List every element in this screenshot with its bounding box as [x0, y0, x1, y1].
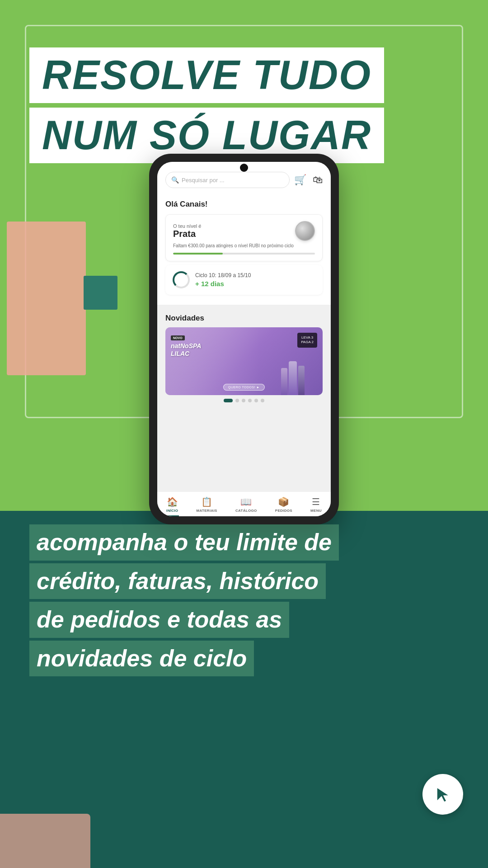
svg-marker-0 [437, 788, 449, 802]
nav-label-pedidos: PEDIDOS [275, 509, 292, 513]
ciclo-donut-chart [173, 271, 190, 288]
carousel-dot-6[interactable] [261, 399, 264, 402]
headline-area: RESOLVE TUDO NUM SÓ LUGAR [29, 47, 384, 163]
progress-bar-fill [173, 253, 223, 255]
novidades-banner[interactable]: NOVO natNoSPALILAC LEVA 3PAGA 2 QU [165, 327, 323, 395]
phone-notch [240, 164, 248, 172]
nav-label-menu: MENU [310, 509, 322, 513]
banner-novo-badge: NOVO [171, 335, 185, 340]
search-input-placeholder: Pesquisar por ... [182, 177, 225, 184]
cursor-icon [433, 785, 452, 804]
nivel-name: Prata [173, 229, 201, 239]
nav-label-catalogo: CATÁLOGO [235, 509, 257, 513]
nivel-description: Faltam €300.00 para atingires o nível RU… [173, 243, 315, 249]
phone-mockup: 🔍 Pesquisar por ... 🛒 🛍 Olá Canais! [149, 154, 339, 524]
product-3 [298, 366, 305, 395]
banner-cta-button[interactable]: QUERO TODOS! ► [223, 384, 265, 391]
bottom-text-area: acompanha o teu limite de crédito, fatur… [29, 524, 459, 679]
cursor-button[interactable] [422, 774, 463, 815]
phone-screen: 🔍 Pesquisar por ... 🛒 🛍 Olá Canais! [157, 162, 331, 516]
headline-line1: RESOLVE TUDO [42, 52, 371, 98]
nav-icon-pedidos: 📦 [278, 496, 289, 507]
banner-text: NOVO natNoSPALILAC [171, 333, 201, 358]
carousel-dot-4[interactable] [248, 399, 252, 402]
ciclo-days: + 12 dias [195, 280, 251, 288]
greeting-section: Olá Canais! O teu nível é Prata Faltam €… [157, 193, 331, 305]
nav-item-materiais[interactable]: 📋 MATERIAIS [197, 496, 217, 513]
carousel-dot-2[interactable] [235, 399, 239, 402]
banner-promo-badge: LEVA 3PAGA 2 [297, 333, 317, 348]
decorative-teal-rect [84, 276, 117, 310]
carousel-dot-3[interactable] [242, 399, 245, 402]
progress-bar [173, 253, 315, 255]
decorative-pink-rect [7, 222, 86, 375]
bottom-description: acompanha o teu limite de crédito, fatur… [29, 524, 459, 679]
decorative-pink-bottom [0, 814, 90, 868]
carousel-dots [165, 395, 323, 406]
nav-icon-materiais: 📋 [201, 496, 212, 507]
nav-item-pedidos[interactable]: 📦 PEDIDOS [275, 496, 292, 513]
nivel-card: O teu nível é Prata Faltam €300.00 para … [165, 214, 323, 261]
nav-item-inicio[interactable]: 🏠 INÍCIO [166, 496, 178, 513]
ciclo-card: Ciclo 10: 18/09 a 15/10 + 12 dias [165, 265, 323, 295]
search-bar[interactable]: 🔍 Pesquisar por ... [165, 172, 290, 188]
novidades-title: Novidades [165, 314, 323, 323]
app-content: Olá Canais! O teu nível é Prata Faltam €… [157, 193, 331, 491]
product-1 [281, 368, 287, 395]
product-2 [289, 361, 297, 395]
ciclo-info: Ciclo 10: 18/09 a 15/10 + 12 dias [195, 272, 251, 288]
search-icon: 🔍 [171, 176, 179, 184]
nav-item-catalogo[interactable]: 📖 CATÁLOGO [235, 496, 257, 513]
ciclo-dates: Ciclo 10: 18/09 a 15/10 [195, 272, 251, 278]
nivel-label: O teu nível é [173, 223, 201, 229]
nav-icon-menu: ☰ [312, 496, 320, 507]
nivel-badge-icon [295, 221, 315, 241]
carousel-dot-1[interactable] [224, 399, 233, 402]
banner-products [281, 361, 305, 395]
carousel-dot-5[interactable] [254, 399, 258, 402]
novidades-section: Novidades NOVO natNoSPALILAC LEVA 3PAGA … [157, 308, 331, 406]
nav-icon-inicio: 🏠 [167, 496, 178, 507]
banner-brand-name: natNoSPALILAC [171, 342, 201, 358]
bottom-navigation: 🏠 INÍCIO 📋 MATERIAIS 📖 CATÁLOGO 📦 PEDIDO… [157, 491, 331, 516]
nav-label-materiais: MATERIAIS [197, 509, 217, 513]
wishlist-icon[interactable]: 🛒 [294, 174, 306, 186]
nav-label-inicio: INÍCIO [166, 509, 178, 513]
nav-icon-catalogo: 📖 [240, 496, 252, 507]
nav-item-menu[interactable]: ☰ MENU [310, 496, 322, 513]
headline-line2: NUM SÓ LUGAR [42, 113, 371, 158]
phone-body: 🔍 Pesquisar por ... 🛒 🛍 Olá Canais! [149, 154, 339, 524]
cart-icon[interactable]: 🛍 [313, 174, 323, 186]
header-icons: 🛒 🛍 [294, 174, 323, 186]
greeting-text: Olá Canais! [165, 200, 323, 209]
